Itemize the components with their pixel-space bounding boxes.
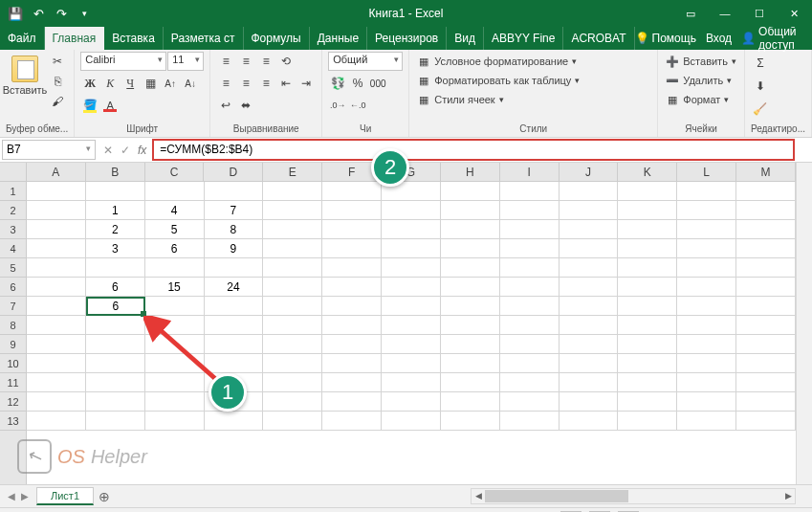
col-header[interactable]: H <box>441 163 500 181</box>
cell[interactable] <box>560 278 619 297</box>
cell[interactable] <box>560 316 619 335</box>
cell[interactable] <box>736 258 796 278</box>
col-header[interactable]: D <box>204 163 263 181</box>
cell[interactable] <box>500 258 560 278</box>
cell[interactable] <box>27 373 86 392</box>
fx-icon[interactable]: fx <box>138 144 146 157</box>
align-middle-icon[interactable]: ≡ <box>236 52 255 71</box>
align-top-icon[interactable]: ≡ <box>216 52 235 71</box>
cell[interactable] <box>618 392 677 412</box>
cell[interactable] <box>27 201 86 220</box>
cell[interactable] <box>145 412 205 431</box>
cell[interactable] <box>263 278 322 297</box>
cell[interactable] <box>500 392 560 412</box>
cell[interactable] <box>322 412 382 431</box>
cell[interactable] <box>618 373 677 392</box>
cell[interactable] <box>263 316 322 335</box>
cell[interactable] <box>618 354 677 373</box>
cell[interactable] <box>560 335 619 354</box>
close-icon[interactable]: ✕ <box>778 1 810 26</box>
cell[interactable] <box>263 354 322 373</box>
font-color-button[interactable]: А <box>100 96 120 115</box>
tab-formulas[interactable]: Формулы <box>244 27 310 50</box>
increase-decimal-icon[interactable]: .0→ <box>328 96 347 115</box>
col-header[interactable]: K <box>618 163 677 181</box>
increase-font-icon[interactable]: A↑ <box>161 74 180 93</box>
cell[interactable] <box>382 373 441 392</box>
cell[interactable] <box>322 373 382 392</box>
cell[interactable] <box>382 297 441 316</box>
cell[interactable] <box>677 220 736 239</box>
cell[interactable] <box>677 201 736 220</box>
row-header[interactable]: 7 <box>0 297 26 316</box>
cell[interactable] <box>322 278 382 297</box>
cell[interactable] <box>322 354 382 373</box>
cell[interactable] <box>86 373 145 392</box>
sheet-nav-prev-icon[interactable]: ◀ <box>8 491 15 501</box>
insert-cells-button[interactable]: ➕Вставить▾ <box>664 54 738 69</box>
cell[interactable] <box>441 258 500 278</box>
number-format-select[interactable]: Общий <box>328 52 403 71</box>
cell[interactable] <box>322 220 382 239</box>
tab-abbyy[interactable]: ABBYY Fine <box>484 27 563 50</box>
cell[interactable] <box>322 182 382 201</box>
cell[interactable] <box>560 239 619 258</box>
cell[interactable] <box>322 201 382 220</box>
cell[interactable] <box>677 297 736 316</box>
cell[interactable] <box>263 239 322 258</box>
ribbon-options-icon[interactable]: ▭ <box>674 1 707 26</box>
indent-right-icon[interactable]: ⇥ <box>296 74 316 93</box>
cell[interactable] <box>263 220 322 239</box>
cell[interactable] <box>560 373 619 392</box>
format-as-table-button[interactable]: ▦Форматировать как таблицу▾ <box>415 73 582 88</box>
cell[interactable] <box>618 182 677 201</box>
align-bottom-icon[interactable]: ≡ <box>256 52 275 71</box>
font-name-select[interactable]: Calibri <box>80 52 166 71</box>
cell[interactable] <box>677 392 736 412</box>
font-size-select[interactable]: 11 <box>167 52 204 71</box>
currency-icon[interactable]: 💱 <box>328 74 347 93</box>
col-header[interactable]: A <box>27 163 86 181</box>
border-button[interactable]: ▦ <box>141 74 160 93</box>
cell[interactable] <box>736 316 796 335</box>
cell[interactable]: 24 <box>205 278 264 297</box>
row-header[interactable]: 6 <box>0 278 26 297</box>
tab-review[interactable]: Рецензиров <box>367 27 447 50</box>
cell[interactable] <box>27 278 86 297</box>
cell[interactable] <box>736 335 796 354</box>
delete-cells-button[interactable]: ➖Удалить▾ <box>664 73 738 88</box>
cell[interactable] <box>618 201 677 220</box>
merge-icon[interactable]: ⬌ <box>236 96 255 115</box>
scroll-thumb[interactable] <box>485 490 628 502</box>
cell[interactable] <box>441 316 500 335</box>
cell[interactable]: 6 <box>86 278 145 297</box>
cell[interactable] <box>145 297 205 316</box>
cell[interactable] <box>382 239 441 258</box>
cell[interactable] <box>263 201 322 220</box>
cell[interactable] <box>263 412 322 431</box>
cell[interactable] <box>382 335 441 354</box>
col-header[interactable]: B <box>86 163 145 181</box>
maximize-icon[interactable]: ☐ <box>743 1 776 26</box>
cell[interactable] <box>736 220 796 239</box>
row-header[interactable]: 2 <box>0 201 26 220</box>
cell[interactable] <box>736 412 796 431</box>
add-sheet-button[interactable]: ⊕ <box>94 489 115 504</box>
cell[interactable] <box>560 412 619 431</box>
tab-insert[interactable]: Вставка <box>104 27 164 50</box>
cell[interactable] <box>441 201 500 220</box>
tab-layout[interactable]: Разметка ст <box>164 27 244 50</box>
italic-button[interactable]: К <box>100 74 120 93</box>
cell[interactable] <box>27 412 86 431</box>
cell[interactable] <box>677 316 736 335</box>
cell[interactable] <box>86 335 145 354</box>
cell[interactable] <box>500 354 560 373</box>
cell[interactable]: 6 <box>145 239 205 258</box>
cell[interactable] <box>145 182 205 201</box>
cell[interactable] <box>560 201 619 220</box>
wrap-text-icon[interactable]: ↩ <box>216 96 235 115</box>
align-left-icon[interactable]: ≡ <box>216 74 235 93</box>
cell[interactable] <box>86 354 145 373</box>
percent-icon[interactable]: % <box>348 74 367 93</box>
cell[interactable] <box>263 258 322 278</box>
